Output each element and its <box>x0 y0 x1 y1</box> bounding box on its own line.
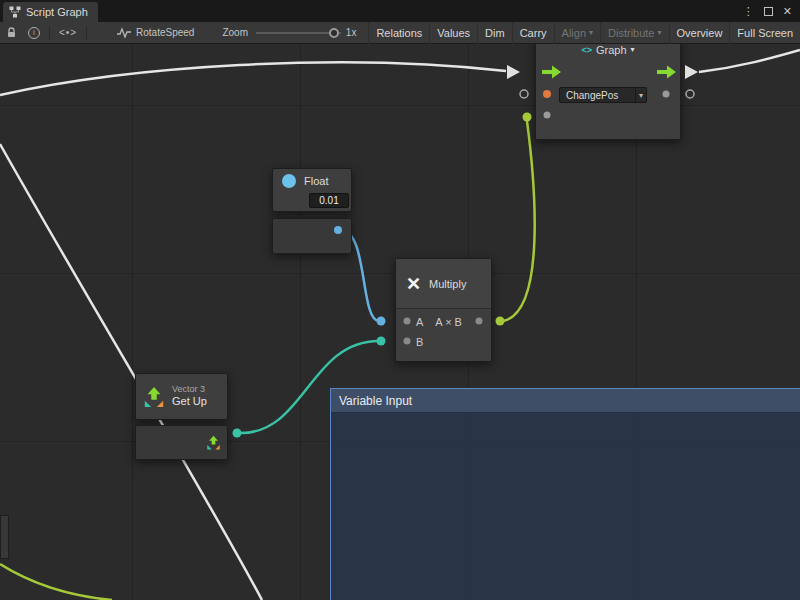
multiply-node-title: Multiply <box>429 278 466 290</box>
chevron-down-icon: ▾ <box>658 28 662 37</box>
multiply-node[interactable]: ✕ Multiply A A × B B <box>395 258 492 362</box>
relations-button[interactable]: Relations <box>368 22 429 44</box>
port-b-label: B <box>416 336 423 348</box>
graph-name: RotateSpeed <box>117 27 194 39</box>
float-node-title: Float <box>304 175 328 187</box>
wire-white-diagonal[interactable] <box>0 144 262 600</box>
graph-node-header[interactable]: <> Graph ▾ <box>536 44 680 57</box>
flow-arrow-in-icon[interactable] <box>507 65 520 79</box>
variable-input-panel[interactable]: Variable Input <box>330 388 800 600</box>
wire-endpoint-green-bottom[interactable] <box>496 317 505 326</box>
zoom-slider-handle[interactable] <box>329 28 339 38</box>
unconnected-port-right[interactable] <box>686 90 694 98</box>
goto-definition-icon[interactable]: <•> <box>54 22 82 44</box>
align-button[interactable]: Align ▾ <box>554 22 600 44</box>
multiply-a-endpoint[interactable] <box>377 317 386 326</box>
fullscreen-button[interactable]: Full Screen <box>729 22 800 44</box>
dim-button[interactable]: Dim <box>477 22 512 44</box>
toolbar-buttons: Relations Values Dim Carry Align ▾ Distr… <box>368 22 800 44</box>
graph-icon <box>9 6 21 18</box>
zoom-value: 1x <box>346 27 357 38</box>
vector3-up-icon <box>143 386 165 408</box>
chevron-down-icon: ▾ <box>635 88 646 102</box>
values-button[interactable]: Values <box>429 22 477 44</box>
multiply-port-row-a[interactable]: A A × B <box>396 312 491 332</box>
zoom-label: Zoom <box>222 27 248 38</box>
script-pulse-icon <box>117 27 131 39</box>
close-icon[interactable]: ✕ <box>783 5 792 18</box>
port-a-label: A <box>416 316 423 328</box>
multiply-icon: ✕ <box>406 273 421 295</box>
wire-white-topright[interactable] <box>699 50 800 72</box>
getup-output-port-section[interactable] <box>135 425 228 460</box>
carry-button[interactable]: Carry <box>512 22 554 44</box>
zoom-slider[interactable] <box>256 22 341 44</box>
toolbar: i <•> RotateSpeed Zoom 1x Relations Valu… <box>0 22 800 44</box>
graph-canvas[interactable]: <> Graph ▾ ChangePos ▾ Float 0.01 ✕ Mult… <box>0 44 800 600</box>
titlebar: Script Graph ⋮ ✕ <box>0 0 800 22</box>
wire-endpoint-green-top[interactable] <box>523 113 532 122</box>
variable-input-title: Variable Input <box>339 394 412 408</box>
tab-label: Script Graph <box>26 6 88 18</box>
float-type-icon <box>282 174 296 188</box>
graph-name-label: RotateSpeed <box>136 27 194 38</box>
changepos-dropdown[interactable]: ChangePos ▾ <box>559 87 647 103</box>
result-label: A × B <box>435 316 462 328</box>
distribute-button[interactable]: Distribute ▾ <box>600 22 668 44</box>
getup-node[interactable]: Vector 3 Get Up <box>135 373 228 420</box>
toolbar-separator <box>86 26 87 40</box>
chevron-down-icon: ▾ <box>589 28 593 37</box>
menu-dots-icon[interactable]: ⋮ <box>743 5 754 18</box>
graph-node-title: Graph <box>596 44 627 56</box>
multiply-node-header[interactable]: ✕ Multiply <box>396 259 491 309</box>
toolbar-separator <box>49 26 50 40</box>
vector3-mini-icon <box>206 435 221 450</box>
multiply-b-endpoint[interactable] <box>377 337 386 346</box>
overview-button[interactable]: Overview <box>669 22 730 44</box>
window-controls: ⋮ ✕ <box>743 0 800 22</box>
getup-type-label: Vector 3 <box>172 384 207 395</box>
variable-input-header[interactable]: Variable Input <box>331 389 800 413</box>
float-value-field[interactable]: 0.01 <box>309 193 349 208</box>
partial-node-left-edge[interactable] <box>0 515 9 559</box>
changepos-value: ChangePos <box>560 90 635 101</box>
graph-node[interactable]: <> Graph ▾ ChangePos ▾ <box>535 44 681 140</box>
wire-white-top[interactable] <box>0 62 506 95</box>
maximize-icon[interactable] <box>764 7 773 16</box>
wire-multiply-to-graph[interactable] <box>503 121 535 321</box>
float-node[interactable]: Float 0.01 <box>272 168 352 212</box>
flow-arrow-out-icon[interactable] <box>685 65 698 79</box>
lock-icon[interactable] <box>0 22 23 44</box>
multiply-port-row-b[interactable]: B <box>396 332 491 352</box>
getup-node-title: Get Up <box>172 395 207 409</box>
tab-script-graph[interactable]: Script Graph <box>3 2 98 22</box>
code-icon: <> <box>581 45 592 55</box>
getup-output-port[interactable] <box>233 429 242 438</box>
chevron-down-icon: ▾ <box>631 45 635 54</box>
wire-green-bottomleft[interactable] <box>0 564 112 600</box>
unconnected-port-left[interactable] <box>520 90 528 98</box>
float-output-port-section[interactable] <box>272 218 352 254</box>
info-icon[interactable]: i <box>23 22 45 44</box>
lock-icon-glyph <box>5 26 18 39</box>
